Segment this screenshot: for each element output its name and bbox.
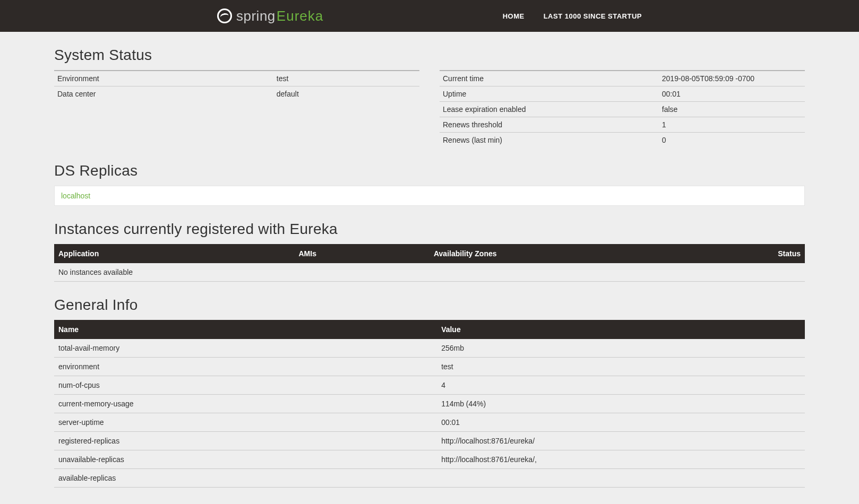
status-value: 0 <box>659 133 805 148</box>
general-info-row: num-of-cpus4 <box>54 376 805 395</box>
status-row: Uptime00:01 <box>440 86 805 102</box>
gi-value: 256mb <box>437 339 805 358</box>
status-label: Renews (last min) <box>440 133 659 148</box>
ds-replica-link[interactable]: localhost <box>61 192 90 200</box>
nav-link-last-1000[interactable]: LAST 1000 SINCE STARTUP <box>544 12 642 20</box>
general-info-row: current-memory-usage114mb (44%) <box>54 395 805 413</box>
heading-general-info: General Info <box>54 297 805 314</box>
status-row: Current time2019-08-05T08:59:09 -0700 <box>440 71 805 86</box>
gi-th-value: Value <box>437 320 805 339</box>
status-label: Environment <box>54 71 273 86</box>
general-info-row: unavailable-replicashttp://localhost:876… <box>54 450 805 469</box>
general-info-row: environmenttest <box>54 358 805 376</box>
status-label: Lease expiration enabled <box>440 102 659 117</box>
gi-th-name: Name <box>54 320 437 339</box>
general-info-table: Name Value total-avail-memory256mbenviro… <box>54 320 805 488</box>
general-info-row: available-replicas <box>54 469 805 488</box>
status-value: 1 <box>659 117 805 133</box>
instances-th-amis: AMIs <box>294 244 430 263</box>
status-label: Data center <box>54 86 273 102</box>
navbar: springEureka HOME LAST 1000 SINCE STARTU… <box>0 0 859 32</box>
gi-name: current-memory-usage <box>54 395 437 413</box>
heading-system-status: System Status <box>54 47 805 64</box>
system-status-left-table: EnvironmenttestData centerdefault <box>54 70 419 101</box>
instances-empty-message: No instances available <box>54 263 805 282</box>
gi-value: 00:01 <box>437 413 805 432</box>
instances-th-zones: Availability Zones <box>430 244 691 263</box>
system-status-right-table: Current time2019-08-05T08:59:09 -0700Upt… <box>440 70 805 147</box>
status-row: Lease expiration enabledfalse <box>440 102 805 117</box>
instances-empty-row: No instances available <box>54 263 805 282</box>
status-row: Renews threshold1 <box>440 117 805 133</box>
gi-value: http://localhost:8761/eureka/, <box>437 450 805 469</box>
gi-value: 4 <box>437 376 805 395</box>
gi-value <box>437 469 805 488</box>
gi-name: environment <box>54 358 437 376</box>
system-status-row: EnvironmenttestData centerdefault Curren… <box>54 70 805 147</box>
instances-th-status: Status <box>691 244 805 263</box>
status-row: Environmenttest <box>54 71 419 86</box>
gi-name: server-uptime <box>54 413 437 432</box>
status-label: Renews threshold <box>440 117 659 133</box>
instances-table: Application AMIs Availability Zones Stat… <box>54 244 805 282</box>
general-info-row: registered-replicashttp://localhost:8761… <box>54 432 805 450</box>
general-info-row: total-avail-memory256mb <box>54 339 805 358</box>
gi-name: total-avail-memory <box>54 339 437 358</box>
general-info-row: server-uptime00:01 <box>54 413 805 432</box>
status-value: 00:01 <box>659 86 805 102</box>
spring-logo-icon <box>217 8 232 23</box>
brand-accent-text: Eureka <box>277 8 323 24</box>
gi-name: registered-replicas <box>54 432 437 450</box>
status-label: Uptime <box>440 86 659 102</box>
heading-instances: Instances currently registered with Eure… <box>54 221 805 238</box>
status-label: Current time <box>440 71 659 86</box>
gi-name: num-of-cpus <box>54 376 437 395</box>
gi-value: 114mb (44%) <box>437 395 805 413</box>
nav-links: HOME LAST 1000 SINCE STARTUP <box>503 12 642 20</box>
gi-value: test <box>437 358 805 376</box>
gi-name: available-replicas <box>54 469 437 488</box>
nav-link-home[interactable]: HOME <box>503 12 525 20</box>
brand[interactable]: springEureka <box>217 8 323 24</box>
status-row: Data centerdefault <box>54 86 419 102</box>
status-value: test <box>273 71 419 86</box>
gi-name: unavailable-replicas <box>54 450 437 469</box>
heading-ds-replicas: DS Replicas <box>54 162 805 179</box>
gi-value: http://localhost:8761/eureka/ <box>437 432 805 450</box>
status-value: default <box>273 86 419 102</box>
instances-th-application: Application <box>54 244 294 263</box>
ds-replicas-box: localhost <box>54 186 805 206</box>
brand-primary-text: spring <box>236 8 276 24</box>
status-value: false <box>659 102 805 117</box>
status-row: Renews (last min)0 <box>440 133 805 148</box>
status-value: 2019-08-05T08:59:09 -0700 <box>659 71 805 86</box>
